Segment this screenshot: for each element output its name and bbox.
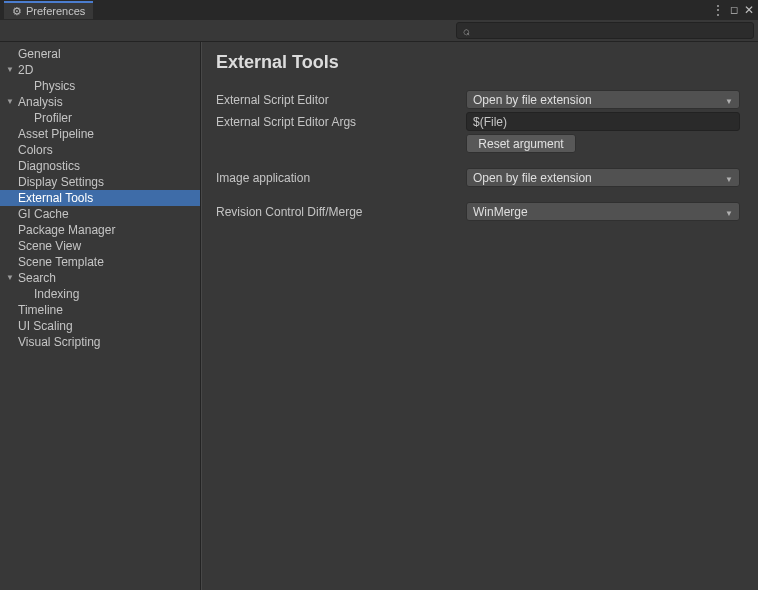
chevron-down-icon xyxy=(725,171,733,185)
sidebar-item-indexing[interactable]: Indexing xyxy=(0,286,200,302)
sidebar-item-ui-scaling[interactable]: UI Scaling xyxy=(0,318,200,334)
sidebar-item-physics[interactable]: Physics xyxy=(0,78,200,94)
dropdown-value: WinMerge xyxy=(473,205,528,219)
window-title: Preferences xyxy=(26,5,85,17)
search-input[interactable] xyxy=(474,25,747,37)
sidebar-item-colors[interactable]: Colors xyxy=(0,142,200,158)
chevron-down-icon xyxy=(725,205,733,219)
label-external-script-editor-args: External Script Editor Args xyxy=(216,115,466,129)
search-icon xyxy=(463,24,470,38)
sidebar-item-analysis[interactable]: Analysis xyxy=(0,94,200,110)
sidebar-item-visual-scripting[interactable]: Visual Scripting xyxy=(0,334,200,350)
sidebar-item-search[interactable]: Search xyxy=(0,270,200,286)
label-image-application: Image application xyxy=(216,171,466,185)
sidebar-item-timeline[interactable]: Timeline xyxy=(0,302,200,318)
sidebar-item-general[interactable]: General xyxy=(0,46,200,62)
label-external-script-editor: External Script Editor xyxy=(216,93,466,107)
titlebar: Preferences ⋮ ◻ ✕ xyxy=(0,0,758,20)
maximize-icon[interactable]: ◻ xyxy=(730,5,738,15)
gear-icon xyxy=(12,5,22,18)
dropdown-image-application[interactable]: Open by file extension xyxy=(466,168,740,187)
reset-argument-button[interactable]: Reset argument xyxy=(466,134,576,153)
sidebar-item-diagnostics[interactable]: Diagnostics xyxy=(0,158,200,174)
close-icon[interactable]: ✕ xyxy=(744,4,754,16)
sidebar-item-scene-template[interactable]: Scene Template xyxy=(0,254,200,270)
input-external-script-editor-args[interactable] xyxy=(466,112,740,131)
sidebar-item-package-manager[interactable]: Package Manager xyxy=(0,222,200,238)
dropdown-revision-control[interactable]: WinMerge xyxy=(466,202,740,221)
sidebar-item-scene-view[interactable]: Scene View xyxy=(0,238,200,254)
dropdown-value: Open by file extension xyxy=(473,171,592,185)
sidebar-item-asset-pipeline[interactable]: Asset Pipeline xyxy=(0,126,200,142)
sidebar-item-external-tools[interactable]: External Tools xyxy=(0,190,200,206)
search-box[interactable] xyxy=(456,22,754,39)
dropdown-value: Open by file extension xyxy=(473,93,592,107)
main-panel: External Tools External Script Editor Op… xyxy=(201,42,758,590)
label-revision-control: Revision Control Diff/Merge xyxy=(216,205,466,219)
page-title: External Tools xyxy=(216,52,740,73)
kebab-icon[interactable]: ⋮ xyxy=(712,4,724,16)
dropdown-external-script-editor[interactable]: Open by file extension xyxy=(466,90,740,109)
sidebar-item-2d[interactable]: 2D xyxy=(0,62,200,78)
preferences-tab[interactable]: Preferences xyxy=(4,1,93,19)
chevron-down-icon xyxy=(725,93,733,107)
sidebar-item-gi-cache[interactable]: GI Cache xyxy=(0,206,200,222)
sidebar-item-display-settings[interactable]: Display Settings xyxy=(0,174,200,190)
sidebar: General 2D Physics Analysis Profiler Ass… xyxy=(0,42,201,590)
sidebar-item-profiler[interactable]: Profiler xyxy=(0,110,200,126)
toolbar xyxy=(0,20,758,42)
